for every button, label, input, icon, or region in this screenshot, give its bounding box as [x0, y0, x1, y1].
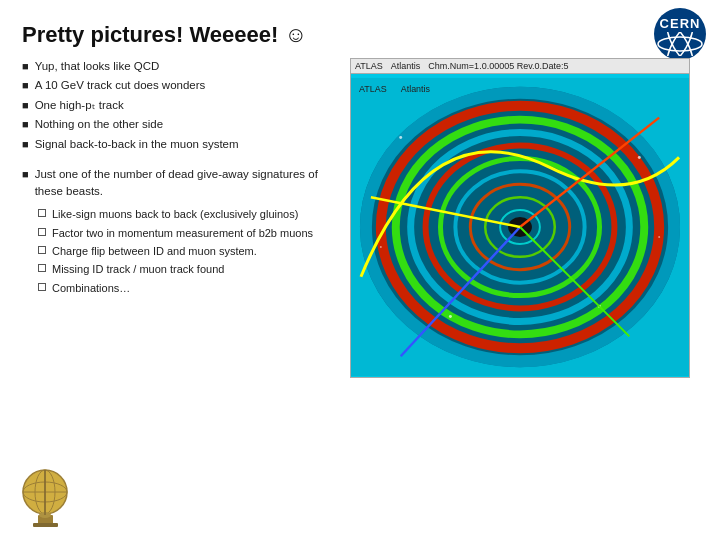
- top-bullets-list: ■ Yup, that looks like QCD ■ A 10 GeV tr…: [22, 58, 328, 152]
- bullet-dot-5: ■: [22, 137, 29, 152]
- sub-square-4: [38, 264, 46, 272]
- sub-square-1: [38, 209, 46, 217]
- right-image-area: ATLAS Atlantis Chm.Num=1.0.00005 Rev.0.D…: [342, 58, 698, 378]
- svg-text:Atlantis: Atlantis: [401, 84, 431, 94]
- sub-item-4: Missing ID track / muon track found: [38, 262, 328, 277]
- sub-square-3: [38, 246, 46, 254]
- svg-point-20: [380, 246, 382, 248]
- bullet-item-4: ■ Nothing on the other side: [22, 116, 328, 132]
- sub-square-5: [38, 283, 46, 291]
- sub-text-1: Like-sign muons back to back (exclusivel…: [52, 207, 328, 222]
- smiley-icon: ☺: [285, 22, 307, 47]
- svg-point-17: [638, 156, 641, 159]
- sub-square-2: [38, 228, 46, 236]
- bullet-item-1: ■ Yup, that looks like QCD: [22, 58, 328, 74]
- bullet-dot-2: ■: [22, 78, 29, 93]
- svg-point-16: [399, 136, 402, 139]
- main-layout: ■ Yup, that looks like QCD ■ A 10 GeV tr…: [22, 58, 698, 378]
- bullet-dot-4: ■: [22, 117, 29, 132]
- svg-point-0: [658, 37, 702, 51]
- bullet-item-3: ■ One high-pₜ track: [22, 97, 328, 113]
- atlas-software-label: ATLAS: [355, 61, 383, 71]
- sub-text-2: Factor two in momentum measurement of b2…: [52, 226, 328, 241]
- bullet-text-4: Nothing on the other side: [35, 116, 328, 132]
- svg-point-18: [449, 315, 452, 318]
- cern-text: CERN: [660, 16, 701, 31]
- globe-decoration: [18, 460, 73, 530]
- sub-text-5: Combinations…: [52, 281, 328, 296]
- bullet-dot-1: ■: [22, 59, 29, 74]
- bullet-item-5: ■ Signal back-to-back in the muon system: [22, 136, 328, 152]
- sub-item-1: Like-sign muons back to back (exclusivel…: [38, 207, 328, 222]
- svg-text:ATLAS: ATLAS: [359, 84, 387, 94]
- bullet-text-2: A 10 GeV track cut does wonders: [35, 77, 328, 93]
- bullet-text-3: One high-pₜ track: [35, 97, 328, 113]
- bullet-item-2: ■ A 10 GeV track cut does wonders: [22, 77, 328, 93]
- sub-item-2: Factor two in momentum measurement of b2…: [38, 226, 328, 241]
- bullet-text-1: Yup, that looks like QCD: [35, 58, 328, 74]
- svg-rect-25: [33, 523, 58, 527]
- bullet-dot-3: ■: [22, 98, 29, 113]
- bullet-text-5: Signal back-to-back in the muon system: [35, 136, 328, 152]
- main-bullet-item: ■ Just one of the number of dead give-aw…: [22, 166, 328, 199]
- page-title: Pretty pictures! Weeeee! ☺: [22, 22, 698, 48]
- atlas-details-label: Chm.Num=1.0.00005 Rev.0.Date:5: [428, 61, 568, 71]
- atlas-event-display: ATLAS Atlantis: [351, 77, 689, 377]
- svg-point-21: [658, 236, 660, 238]
- atlas-header-bar: ATLAS Atlantis Chm.Num=1.0.00005 Rev.0.D…: [351, 59, 689, 74]
- main-bullet-dot: ■: [22, 167, 29, 183]
- cern-logo: CERN: [654, 8, 706, 60]
- globe-svg: [18, 460, 73, 530]
- main-bullet-text: Just one of the number of dead give-away…: [35, 166, 328, 199]
- sub-bullets-list: Like-sign muons back to back (exclusivel…: [38, 207, 328, 296]
- atlas-detector-image: ATLAS Atlantis Chm.Num=1.0.00005 Rev.0.D…: [350, 58, 690, 378]
- left-content: ■ Yup, that looks like QCD ■ A 10 GeV tr…: [22, 58, 332, 378]
- atlas-atlantis-label: Atlantis: [391, 61, 421, 71]
- cern-graphic: [654, 32, 706, 56]
- sub-item-3: Charge flip between ID and muon system.: [38, 244, 328, 259]
- sub-item-5: Combinations…: [38, 281, 328, 296]
- slide-page: CERN Pretty pictures! Weeeee! ☺ ■ Yup, t…: [0, 0, 720, 540]
- sub-text-4: Missing ID track / muon track found: [52, 262, 328, 277]
- sub-text-3: Charge flip between ID and muon system.: [52, 244, 328, 259]
